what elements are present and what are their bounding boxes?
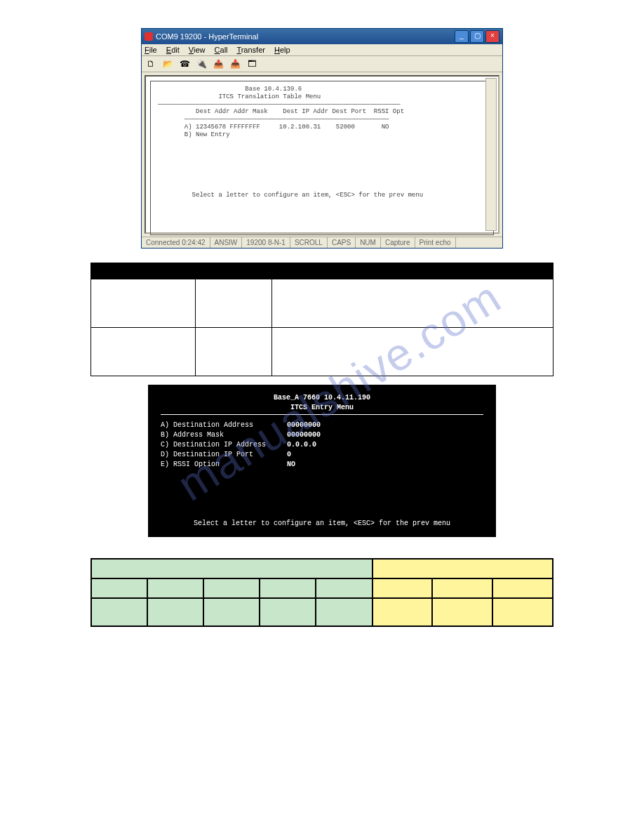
table-cell [272, 279, 554, 328]
status-scroll: SCROLL [290, 237, 328, 248]
table-cell [373, 559, 553, 578]
menu-file[interactable]: File [145, 46, 157, 54]
new-icon[interactable]: 🗋 [145, 58, 157, 70]
console-footer: Select a letter to configure an item, <E… [161, 519, 483, 529]
status-capture: Capture [381, 237, 415, 248]
status-caps: CAPS [328, 237, 356, 248]
send-icon[interactable]: 📤 [212, 58, 224, 70]
console-row: D) Destination IP Port0 [161, 450, 483, 460]
connect-icon[interactable]: ☎ [178, 58, 191, 70]
menu-view[interactable]: View [189, 46, 206, 54]
table-cell [432, 578, 492, 598]
status-connected: Connected 0:24:42 [142, 237, 210, 248]
table-cell [316, 598, 372, 626]
description-table [90, 263, 554, 376]
table-cell [373, 598, 433, 626]
menubar: File Edit View Call Transfer Help [142, 44, 502, 56]
disconnect-icon[interactable]: 🔌 [195, 58, 208, 70]
terminal-text: Base 10.4.139.6 ITCS Translation Table M… [150, 81, 494, 235]
terminal-area: Base 10.4.139.6 ITCS Translation Table M… [145, 75, 499, 234]
statusbar: Connected 0:24:42 ANSIW 19200 8-N-1 SCRO… [142, 237, 502, 248]
table-cell [147, 598, 203, 626]
console-row: A) Destination Address00000000 [161, 421, 483, 430]
table-cell [432, 598, 492, 626]
table-cell [91, 598, 147, 626]
table-cell [147, 578, 203, 598]
table-cell [91, 279, 196, 328]
table-cell [196, 328, 272, 376]
console-header2: ITCS Entry Menu [161, 403, 483, 413]
table-cell [316, 578, 372, 598]
table-cell [492, 598, 553, 626]
table-cell [373, 578, 433, 598]
hyperterminal-window: COM9 19200 - HyperTerminal _ ▢ × File Ed… [141, 28, 503, 249]
window-title: COM9 19200 - HyperTerminal [156, 32, 258, 41]
titlebar: COM9 19200 - HyperTerminal _ ▢ × [142, 29, 502, 44]
console-row: E) RSSI OptionNO [161, 460, 483, 470]
receive-icon[interactable]: 📥 [229, 58, 241, 70]
table-cell [203, 578, 260, 598]
properties-icon[interactable]: 🗔 [246, 58, 258, 70]
toolbar: 🗋 📂 ☎ 🔌 📤 📥 🗔 [142, 56, 502, 72]
app-icon [145, 32, 153, 41]
scrollbar[interactable] [485, 78, 497, 231]
itcs-entry-console: Base_A 7660 10.4.11.190 ITCS Entry Menu … [148, 385, 496, 537]
maximize-button[interactable]: ▢ [470, 30, 484, 43]
status-emulation: ANSIW [210, 237, 243, 248]
close-button[interactable]: × [485, 30, 499, 43]
status-num: NUM [356, 237, 381, 248]
menu-transfer[interactable]: Transfer [236, 46, 265, 54]
console-row: B) Address Mask00000000 [161, 430, 483, 440]
console-header1: Base_A 7660 10.4.11.190 [161, 393, 483, 403]
menu-edit[interactable]: Edit [166, 46, 180, 54]
table-cell [203, 598, 260, 626]
menu-call[interactable]: Call [215, 46, 228, 54]
table-cell [260, 578, 316, 598]
table-cell [91, 328, 196, 376]
console-row: C) Destination IP Address0.0.0.0 [161, 440, 483, 450]
table-cell [260, 598, 316, 626]
status-echo: Print echo [415, 237, 456, 248]
packet-layout-table [90, 558, 554, 627]
table-cell [492, 578, 553, 598]
table-cell [91, 578, 147, 598]
table-cell [196, 279, 272, 328]
status-baud: 19200 8-N-1 [242, 237, 290, 248]
minimize-button[interactable]: _ [455, 30, 469, 43]
open-icon[interactable]: 📂 [161, 58, 174, 70]
menu-help[interactable]: Help [274, 46, 290, 54]
table-cell [272, 328, 554, 376]
table-cell [91, 559, 373, 578]
